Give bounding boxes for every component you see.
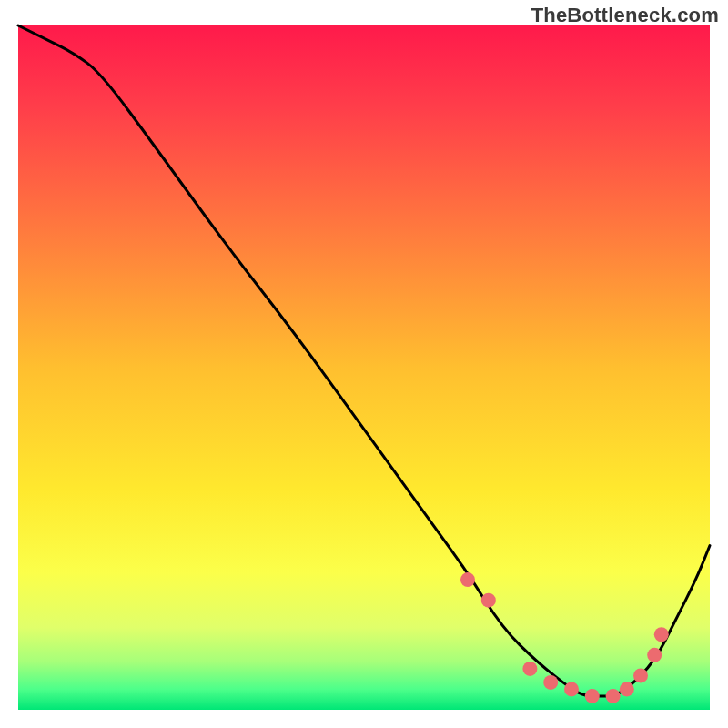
highlight-dot bbox=[543, 675, 558, 690]
plot-background bbox=[18, 25, 710, 710]
highlight-dot bbox=[460, 572, 475, 587]
highlight-dot bbox=[481, 593, 496, 608]
highlight-dot bbox=[522, 662, 537, 676]
highlight-dot bbox=[654, 627, 669, 642]
highlight-dot bbox=[620, 682, 634, 696]
highlight-dot bbox=[647, 648, 662, 662]
chart-stage: TheBottleneck.com bbox=[0, 0, 728, 728]
highlight-dot bbox=[633, 668, 648, 682]
bottleneck-chart bbox=[0, 0, 728, 728]
highlight-dot bbox=[585, 689, 600, 703]
highlight-dot bbox=[606, 689, 621, 703]
highlight-dot bbox=[564, 682, 579, 696]
